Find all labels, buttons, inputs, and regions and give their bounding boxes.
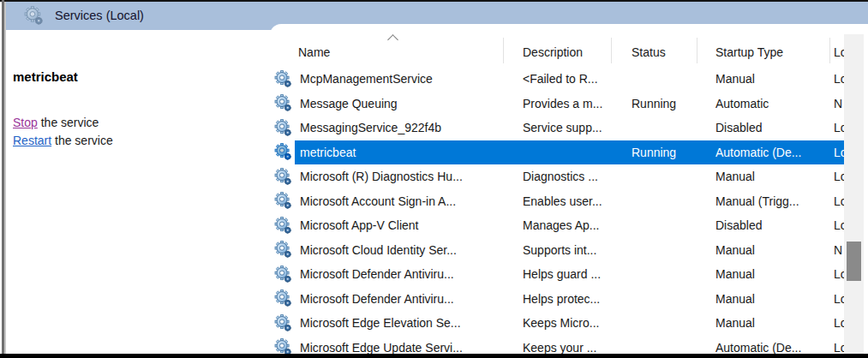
restart-action-line: Restart the service xyxy=(13,134,113,147)
column-divider xyxy=(611,38,612,63)
service-description-cell: <Failed to R... xyxy=(523,67,598,92)
service-startup-cell: Disabled xyxy=(715,213,762,238)
service-description-cell: Keeps Micro... xyxy=(523,311,599,336)
service-startup-cell: Automatic (De... xyxy=(715,140,801,165)
page-title: Services (Local) xyxy=(55,2,144,30)
column-header-startup-type[interactable]: Startup Type xyxy=(715,43,783,62)
service-logon-cell: Lo xyxy=(834,213,844,238)
services-gear-icon xyxy=(24,6,44,26)
column-header-description[interactable]: Description xyxy=(523,43,583,62)
table-row[interactable]: MessagingService_922f4b Service supp... … xyxy=(270,116,868,140)
stop-link[interactable]: Stop xyxy=(13,116,38,129)
column-header-log-on-as[interactable]: Lo xyxy=(834,43,844,62)
restart-link-suffix: the service xyxy=(51,134,113,147)
service-startup-cell: Disabled xyxy=(715,116,762,140)
table-row[interactable]: Microsoft App-V Client Manages Ap... Dis… xyxy=(270,213,868,238)
column-header-name[interactable]: Name xyxy=(298,43,330,62)
service-status-cell: Running xyxy=(632,140,676,165)
restart-link[interactable]: Restart xyxy=(13,134,51,147)
service-description-cell: Service supp... xyxy=(523,116,602,140)
extended-pane: metricbeat Stop the service Restart the … xyxy=(6,30,270,354)
service-status-cell: Running xyxy=(632,92,676,116)
table-row[interactable]: Microsoft Defender Antiviru... Helps gua… xyxy=(270,262,868,287)
table-row[interactable]: McpManagementService <Failed to R... Man… xyxy=(270,67,868,92)
service-startup-cell: Manual xyxy=(715,311,755,336)
service-gear-icon xyxy=(274,241,292,259)
service-gear-icon xyxy=(274,266,292,283)
services-list-panel: Name Description Status Startup Type Lo … xyxy=(270,24,868,354)
service-name-cell: Microsoft Edge Elevation Se... xyxy=(300,311,461,336)
service-gear-icon xyxy=(274,217,292,235)
table-row[interactable]: metricbeat Running Automatic (De... Lo xyxy=(270,140,868,165)
service-logon-cell: Lo xyxy=(834,287,844,312)
table-row[interactable]: Microsoft Cloud Identity Ser... Supports… xyxy=(270,238,868,263)
column-header-status[interactable]: Status xyxy=(632,43,666,62)
service-gear-icon xyxy=(274,168,292,186)
service-gear-icon xyxy=(274,314,292,332)
service-logon-cell: Lo xyxy=(834,164,844,189)
service-logon-cell: N xyxy=(834,238,844,263)
service-description-cell: Supports int... xyxy=(523,238,596,263)
table-row[interactable]: Microsoft Edge Update Servi... Keeps you… xyxy=(270,336,868,355)
service-description-cell: Provides a m... xyxy=(523,92,602,116)
service-gear-icon xyxy=(274,119,292,137)
table-row[interactable]: Microsoft (R) Diagnostics Hu... Diagnost… xyxy=(270,164,868,189)
service-startup-cell: Manual xyxy=(715,262,755,287)
selected-service-name: metricbeat xyxy=(13,69,78,84)
service-name-cell: Microsoft Defender Antiviru... xyxy=(300,262,454,287)
table-row[interactable]: Microsoft Defender Antiviru... Helps pro… xyxy=(270,287,868,312)
scrollbar-thumb[interactable] xyxy=(847,242,861,281)
window-border-top xyxy=(0,0,868,2)
service-description-cell: Diagnostics ... xyxy=(523,164,598,189)
service-description-cell: Enables user... xyxy=(523,189,602,214)
service-logon-cell: N xyxy=(834,92,844,116)
service-name-cell: Microsoft Account Sign-in A... xyxy=(300,189,456,214)
service-logon-cell: Lo xyxy=(834,311,844,336)
service-name-cell: Microsoft Cloud Identity Ser... xyxy=(300,238,457,263)
window-border-bottom xyxy=(0,354,868,358)
service-logon-cell: Lo xyxy=(834,262,844,287)
rows: McpManagementService <Failed to R... Man… xyxy=(270,67,868,354)
service-description-cell: Helps protec... xyxy=(523,287,600,312)
service-description-cell: Keeps your ... xyxy=(523,336,596,355)
service-startup-cell: Manual xyxy=(715,287,755,312)
sort-ascending-icon xyxy=(387,34,398,45)
table-row[interactable]: Microsoft Edge Elevation Se... Keeps Mic… xyxy=(270,311,868,336)
service-name-cell: Message Queuing xyxy=(300,92,398,116)
column-divider xyxy=(503,38,504,63)
table-row[interactable]: Microsoft Account Sign-in A... Enables u… xyxy=(270,189,868,214)
vertical-scrollbar[interactable] xyxy=(844,34,864,354)
service-name-cell: Microsoft Edge Update Servi... xyxy=(300,336,463,355)
service-gear-icon xyxy=(274,143,292,161)
stop-link-suffix: the service xyxy=(38,116,99,129)
service-gear-icon xyxy=(274,94,292,112)
service-name-cell: MessagingService_922f4b xyxy=(300,116,441,140)
stop-action-line: Stop the service xyxy=(13,116,99,129)
service-name-cell: McpManagementService xyxy=(300,67,433,92)
table-row[interactable]: Message Queuing Provides a m... Running … xyxy=(270,92,868,116)
service-logon-cell: Lo xyxy=(834,140,844,165)
service-logon-cell: Lo xyxy=(834,67,844,92)
service-startup-cell: Automatic (De... xyxy=(715,336,801,355)
service-name-cell: Microsoft Defender Antiviru... xyxy=(300,287,454,312)
column-divider xyxy=(829,38,830,63)
service-description-cell: Helps guard ... xyxy=(523,262,601,287)
service-startup-cell: Manual xyxy=(715,164,755,189)
service-logon-cell: Lo xyxy=(834,116,844,140)
column-divider xyxy=(697,38,697,63)
service-logon-cell: Lo xyxy=(834,189,844,214)
service-startup-cell: Manual (Trigg... xyxy=(715,189,799,214)
service-startup-cell: Manual xyxy=(715,67,755,92)
service-logon-cell: Lo xyxy=(834,336,844,355)
window-border-left-inner xyxy=(4,2,6,354)
service-startup-cell: Automatic xyxy=(715,92,769,116)
service-name-cell: Microsoft (R) Diagnostics Hu... xyxy=(300,164,463,189)
service-gear-icon xyxy=(274,338,292,354)
service-gear-icon xyxy=(274,70,292,88)
service-startup-cell: Manual xyxy=(715,238,755,263)
services-mmc-window: Services (Local) metricbeat Stop the ser… xyxy=(0,0,868,358)
service-description-cell: Manages Ap... xyxy=(523,213,600,238)
service-name-cell: Microsoft App-V Client xyxy=(300,213,419,238)
service-name-cell: metricbeat xyxy=(300,140,356,165)
service-gear-icon xyxy=(274,192,292,210)
